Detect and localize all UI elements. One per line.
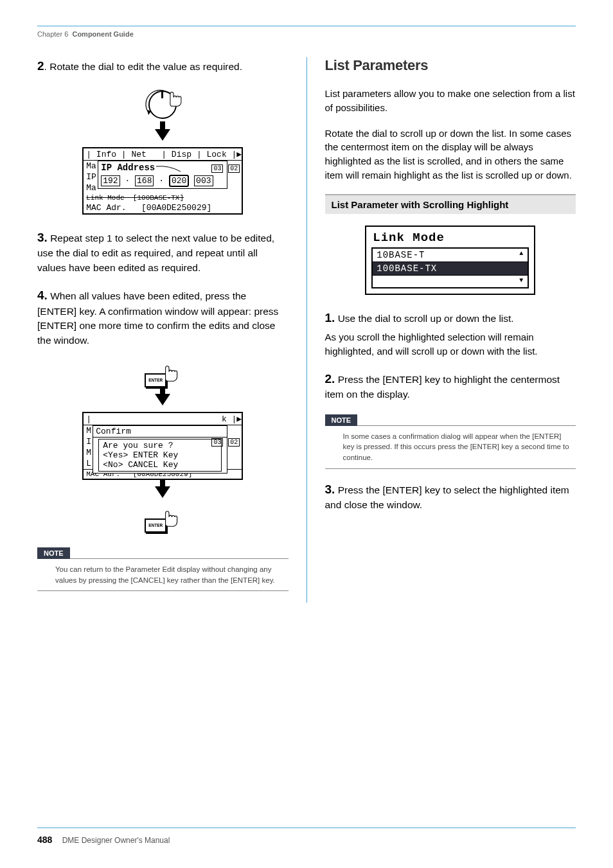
confirm-title: Confirm (93, 426, 227, 438)
page-number: 488 (37, 835, 52, 845)
dial-knob (145, 87, 181, 123)
right-column: List Parameters List parameters allow yo… (325, 57, 576, 603)
left-column: 2. Rotate the dial to edit the value as … (37, 57, 289, 603)
footer: 488 DME Designer Owner's Manual (37, 828, 576, 845)
note-label: NOTE (37, 547, 70, 559)
ip-octet-3-selected: 020 (169, 175, 189, 187)
right-step-2: 2. Press the [ENTER] key to highlight th… (325, 370, 576, 402)
step-4-number: 4. (37, 288, 48, 302)
step-4-text: When all values have been edited, press … (37, 290, 278, 345)
header-rule (37, 26, 576, 26)
right-step-1-number: 1. (325, 311, 335, 324)
link-item-1-label: 10BASE-T (377, 250, 425, 260)
subheading: List Parameter with Scrolling Highlight (325, 194, 576, 214)
arrow-down-icon (155, 486, 170, 498)
right-step-3-number: 3. (325, 483, 335, 496)
right-step-1: 1. Use the dial to scroll up or down the… (325, 309, 576, 327)
pointer-line (156, 165, 182, 173)
chapter-label: Chapter 6 (37, 30, 68, 38)
confirm-illustration: ENTER | k |▶ M I M L Confirm (82, 359, 243, 533)
ip-octet-2: 168 (135, 175, 154, 186)
ip-address-illustration: | Info | Net | Disp | Lock |▶ Ma IP Ma I… (82, 87, 243, 215)
scroll-down-icon: ▼ (519, 277, 524, 286)
arrow-down-icon (155, 394, 170, 405)
lcd-row-mac: MAC Adr. [00A0DE250029] (84, 202, 242, 213)
hand-icon (157, 504, 181, 527)
step-2-number: 2 (37, 59, 44, 73)
step-3-number: 3. (37, 231, 48, 244)
paragraph-2: Rotate the dial to scroll up or down the… (325, 127, 576, 182)
confirm-line1: Are you sure ? (103, 441, 217, 450)
note-left: NOTE You can return to the Parameter Edi… (37, 547, 289, 591)
lcd-tabs: | Info | Net | Disp | Lock |▶ (84, 148, 242, 161)
paragraph-1: List parameters allow you to make one se… (325, 87, 576, 115)
side-num-1: 03 (211, 164, 223, 173)
link-item-2-label: 100BASE-TX (377, 263, 437, 274)
right-step-3: 3. Press the [ENTER] key to select the h… (325, 481, 576, 513)
right-step-3-text: Press the [ENTER] key to select the high… (325, 484, 569, 511)
right-step-1-cont: As you scroll the highlighted selection … (325, 330, 576, 359)
link-item-1: 10BASE-T ▲ (373, 249, 528, 262)
note-label: NOTE (325, 414, 358, 426)
link-item-2-selected: 100BASE-TX (373, 262, 528, 276)
step-4: 4. When all values have been edited, pre… (37, 287, 289, 348)
footer-title: DME Designer Owner's Manual (62, 836, 170, 845)
note-text: In some cases a confirmation dialog will… (325, 426, 576, 469)
ip-octet-4: 003 (194, 175, 213, 186)
step-2: 2. Rotate the dial to edit the value as … (37, 57, 289, 75)
conf-side-1: 03 (211, 438, 223, 447)
scroll-up-icon: ▲ (519, 250, 524, 260)
link-mode-illustration: Link Mode 10BASE-T ▲ 100BASE-TX ▼ (365, 226, 535, 295)
right-step-2-text: Press the [ENTER] key to highlight the c… (325, 374, 560, 400)
confirm-line3: <No> CANCEL Key (103, 460, 217, 470)
hand-icon (157, 359, 181, 382)
step-3-text: Repeat step 1 to select the next value t… (37, 233, 274, 273)
link-item-empty: ▼ (373, 276, 528, 287)
confirm-line2: <Yes> ENTER Key (103, 450, 217, 460)
note-right: NOTE In some cases a confirmation dialog… (325, 414, 576, 469)
lcd-confirm-top: | k |▶ (84, 413, 242, 425)
lcd-row-link: Link Mode [100BASE-TX] (84, 193, 242, 202)
column-divider (306, 57, 307, 603)
enter-press-2: ENTER (145, 504, 181, 533)
note-text: You can return to the Parameter Edit dis… (37, 559, 289, 591)
link-title: Link Mode (371, 231, 529, 247)
section-title: List Parameters (325, 57, 576, 74)
side-num-2: 02 (228, 164, 240, 173)
step-2-text: . Rotate the dial to edit the value as r… (44, 61, 242, 72)
enter-press-1: ENTER (145, 359, 181, 387)
right-step-2-number: 2. (325, 372, 335, 385)
arrow-down-icon (155, 129, 170, 141)
lcd-ip-screen: | Info | Net | Disp | Lock |▶ Ma IP Ma I… (82, 147, 243, 215)
ip-octet-1: 192 (101, 175, 120, 186)
conf-side-2: 02 (228, 438, 240, 447)
chapter-title: Component Guide (72, 30, 133, 38)
right-step-1-text: Use the dial to scroll up or down the li… (335, 313, 513, 324)
lcd-confirm-screen: | k |▶ M I M L Confirm Are you sure ? <Y… (82, 412, 243, 480)
running-header: Chapter 6 Component Guide (37, 30, 576, 38)
hand-icon (163, 85, 184, 107)
step-3: 3. Repeat step 1 to select the next valu… (37, 229, 289, 275)
